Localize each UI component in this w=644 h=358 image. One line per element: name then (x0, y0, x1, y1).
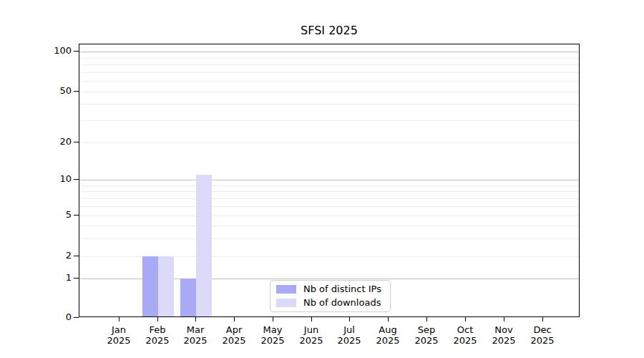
gridline-minor (79, 64, 579, 65)
x-tick (349, 317, 350, 321)
gridline-minor (79, 104, 579, 105)
x-tick (195, 317, 196, 321)
y-tick-label: 1 (21, 272, 72, 284)
gridline-minor (79, 185, 579, 186)
gridline-minor (79, 81, 579, 82)
figure: SFSI 2025 Nb of distinct IPs Nb of downl… (0, 0, 644, 358)
y-tick (74, 51, 79, 52)
bar-nb-of-downloads-feb-2025 (158, 256, 174, 316)
gridline-minor (79, 142, 579, 143)
gridline-minor (79, 120, 579, 121)
x-tick (311, 317, 312, 321)
y-tick-label: 0 (21, 311, 72, 323)
y-tick-label: 100 (21, 45, 72, 57)
legend-label-distinct-ips: Nb of distinct IPs (303, 284, 381, 294)
gridline-minor (79, 238, 579, 239)
x-tick (542, 317, 543, 321)
y-tick (74, 91, 79, 92)
y-tick (74, 256, 79, 256)
legend-swatch-distinct-ips (276, 285, 296, 294)
x-tick (426, 317, 427, 321)
bar-nb-of-distinct-ips-mar-2025 (180, 279, 196, 316)
chart-title: SFSI 2025 (79, 24, 580, 37)
x-tick (119, 317, 119, 321)
x-tick (273, 317, 273, 321)
y-tick-label: 10 (21, 173, 72, 185)
x-tick (234, 317, 235, 321)
gridline-minor (79, 191, 579, 192)
plot-area (79, 44, 580, 317)
bar-nb-of-downloads-mar-2025 (196, 175, 212, 316)
x-tick (388, 317, 389, 321)
y-tick (74, 179, 79, 180)
gridline-minor (79, 226, 579, 226)
legend-item-distinct-ips: Nb of distinct IPs (276, 284, 387, 294)
y-tick-label: 20 (21, 136, 72, 147)
x-tick-label: Dec 2025 (519, 324, 565, 346)
x-tick (504, 317, 504, 321)
x-tick (157, 317, 158, 321)
legend: Nb of distinct IPs Nb of downloads (270, 280, 391, 312)
gridline-minor (79, 92, 579, 92)
gridline-minor (79, 72, 579, 73)
y-tick (74, 215, 79, 216)
gridline-minor (79, 216, 579, 216)
gridline-major (79, 180, 579, 180)
legend-label-downloads: Nb of downloads (303, 298, 381, 308)
y-tick-label: 50 (21, 85, 72, 97)
gridline-minor (79, 198, 579, 199)
y-tick-label: 5 (21, 209, 72, 221)
y-tick (74, 142, 79, 142)
bar-nb-of-distinct-ips-feb-2025 (142, 256, 158, 316)
gridline-minor (79, 206, 579, 207)
x-tick (465, 317, 466, 321)
y-tick-label: 2 (21, 250, 72, 261)
gridline-major (79, 52, 579, 52)
legend-swatch-downloads (276, 299, 296, 307)
gridline-minor (79, 58, 579, 59)
legend-item-downloads: Nb of downloads (276, 298, 387, 308)
y-tick (74, 317, 79, 318)
y-tick (74, 278, 79, 279)
